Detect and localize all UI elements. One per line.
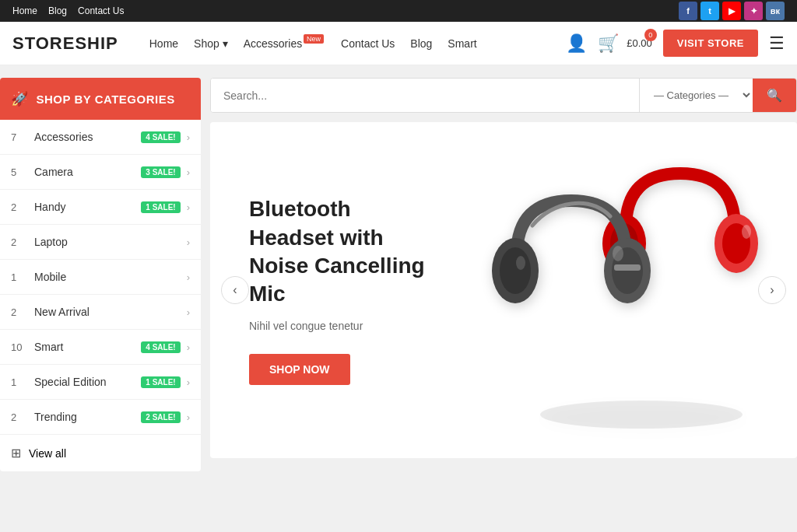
top-bar: Home Blog Contact Us f t ▶ ✦ вк (0, 0, 797, 22)
svg-point-11 (613, 246, 623, 261)
view-all-item[interactable]: ⊞ View all (0, 435, 201, 471)
category-accessories[interactable]: 7 Accessories 4 SALE! › (0, 120, 201, 155)
category-mobile[interactable]: 1 Mobile › (0, 260, 201, 295)
nav-shop[interactable]: Shop ▾ (194, 37, 228, 50)
new-badge: New (304, 34, 324, 44)
sidebar-title: SHOP BY CATEGORIES (37, 93, 175, 106)
social-icons: f t ▶ ✦ вк (679, 2, 785, 20)
nav-blog[interactable]: Blog (410, 37, 432, 50)
user-icon[interactable]: 👤 (566, 33, 587, 54)
nav-accessories[interactable]: Accessories New (244, 37, 325, 50)
slider-next-button[interactable]: › (758, 276, 786, 304)
chevron-icon: › (187, 341, 190, 353)
vk-icon[interactable]: вк (766, 2, 785, 20)
category-camera[interactable]: 5 Camera 3 SALE! › (0, 155, 201, 190)
nav-contact[interactable]: Contact Us (341, 37, 395, 50)
chevron-icon: › (187, 376, 190, 388)
logo: STORESHIP (12, 33, 118, 54)
cart-badge: 0 (644, 29, 657, 41)
instagram-icon[interactable]: ✦ (744, 2, 763, 20)
chevron-icon: › (187, 236, 190, 248)
chevron-icon: › (187, 131, 190, 143)
accessories-label: Accessories (244, 37, 302, 50)
category-special-edition[interactable]: 1 Special Edition 1 SALE! › (0, 365, 201, 400)
chevron-icon: › (187, 201, 190, 213)
headphones-illustration (478, 150, 789, 430)
category-laptop[interactable]: 2 Laptop › (0, 225, 201, 260)
top-nav-home[interactable]: Home (12, 5, 37, 16)
category-new-arrival[interactable]: 2 New Arrival › (0, 295, 201, 330)
header: STORESHIP Home Shop ▾ Accessories New Co… (0, 22, 797, 65)
search-input[interactable] (211, 79, 639, 112)
search-button[interactable]: 🔍 (753, 79, 796, 112)
top-nav-contact[interactable]: Contact Us (78, 5, 124, 16)
visit-store-button[interactable]: VISIT STORE (663, 30, 758, 57)
search-bar: — Categories — Accessories Camera Handy … (210, 78, 797, 113)
category-select[interactable]: — Categories — Accessories Camera Handy … (640, 79, 753, 112)
youtube-icon[interactable]: ▶ (722, 2, 741, 20)
sidebar-header: 🚀 SHOP BY CATEGORIES (0, 78, 201, 120)
hero-image-area (470, 122, 797, 458)
cart-icon: 🛒 (598, 33, 619, 54)
hamburger-icon[interactable]: ☰ (769, 33, 785, 54)
grid-icon: ⊞ (11, 446, 21, 460)
shop-now-button[interactable]: SHOP NOW (249, 354, 350, 385)
facebook-icon[interactable]: f (679, 2, 697, 20)
chevron-icon: › (187, 271, 190, 283)
category-smart[interactable]: 10 Smart 4 SALE! › (0, 330, 201, 365)
cart-area[interactable]: 🛒 0 £0.00 (598, 33, 652, 54)
hero-content: Bluetooth Headset with Noise Cancelling … (210, 164, 470, 416)
svg-point-7 (516, 256, 525, 270)
chevron-icon: › (187, 166, 190, 178)
hero-slider: ‹ Bluetooth Headset with Noise Cancellin… (210, 122, 797, 458)
svg-point-6 (500, 247, 531, 294)
svg-rect-10 (614, 264, 641, 271)
category-trending[interactable]: 2 Trending 2 SALE! › (0, 400, 201, 435)
main-nav: Home Shop ▾ Accessories New Contact Us B… (149, 37, 551, 50)
slider-prev-button[interactable]: ‹ (221, 276, 249, 304)
hero-title: Bluetooth Headset with Noise Cancelling … (249, 195, 431, 309)
chevron-icon: › (187, 411, 190, 423)
view-all-label: View all (29, 447, 66, 460)
header-right: 👤 🛒 0 £0.00 VISIT STORE ☰ (566, 30, 785, 57)
category-handy[interactable]: 2 Handy 1 SALE! › (0, 190, 201, 225)
top-bar-links: Home Blog Contact Us (12, 5, 124, 16)
main-container: 🚀 SHOP BY CATEGORIES 7 Accessories 4 SAL… (0, 78, 797, 471)
svg-point-4 (742, 225, 751, 239)
twitter-icon[interactable]: t (700, 2, 719, 20)
rocket-icon: 🚀 (11, 90, 29, 107)
hero-subtitle: Nihil vel congue tenetur (249, 320, 431, 332)
svg-point-12 (540, 401, 743, 429)
nav-home[interactable]: Home (149, 37, 178, 50)
nav-smart[interactable]: Smart (448, 37, 476, 50)
top-nav-blog[interactable]: Blog (48, 5, 67, 16)
sidebar: 🚀 SHOP BY CATEGORIES 7 Accessories 4 SAL… (0, 78, 201, 471)
content-area: — Categories — Accessories Camera Handy … (201, 78, 797, 471)
chevron-icon: › (187, 306, 190, 318)
